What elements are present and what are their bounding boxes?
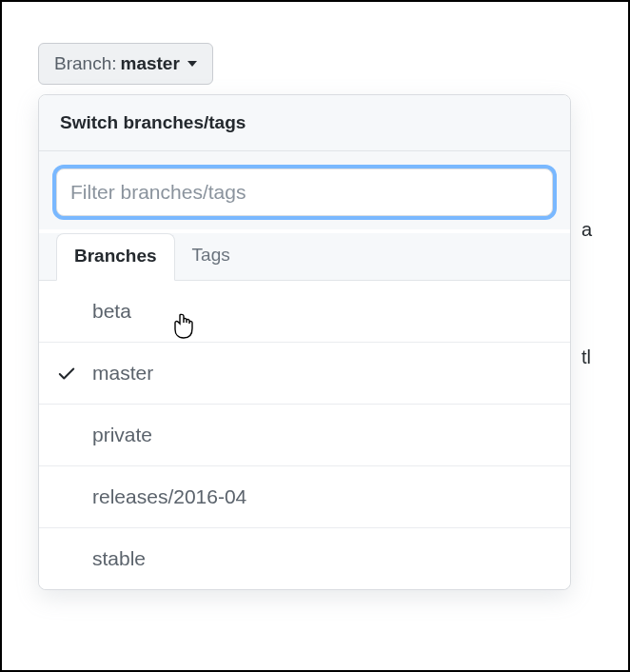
filter-input[interactable] — [56, 168, 553, 216]
branch-dropdown: Switch branches/tags Branches Tags beta … — [38, 94, 571, 590]
list-item[interactable]: releases/2016-04 — [39, 466, 570, 528]
branch-name: beta — [92, 300, 131, 323]
branch-current: master — [120, 53, 179, 74]
dropdown-tabs: Branches Tags — [39, 233, 570, 281]
list-item[interactable]: master — [39, 343, 570, 405]
branch-name: stable — [92, 547, 146, 570]
list-item[interactable]: stable — [39, 528, 570, 589]
caret-down-icon — [187, 61, 197, 67]
tab-tags[interactable]: Tags — [175, 233, 247, 281]
dropdown-title: Switch branches/tags — [39, 95, 570, 151]
branch-label: Branch: — [54, 53, 116, 74]
check-icon — [56, 363, 92, 384]
background-text: a — [581, 219, 592, 241]
list-item[interactable]: private — [39, 405, 570, 466]
branch-name: releases/2016-04 — [92, 485, 246, 508]
branch-selector-button[interactable]: Branch: master — [38, 43, 213, 85]
tab-branches[interactable]: Branches — [56, 233, 175, 281]
branch-list: beta master private releases/2016-04 sta… — [39, 281, 570, 589]
filter-container — [39, 151, 570, 229]
background-text: tl — [581, 346, 591, 368]
list-item[interactable]: beta — [39, 281, 570, 343]
branch-name: master — [92, 362, 153, 385]
branch-name: private — [92, 424, 152, 446]
